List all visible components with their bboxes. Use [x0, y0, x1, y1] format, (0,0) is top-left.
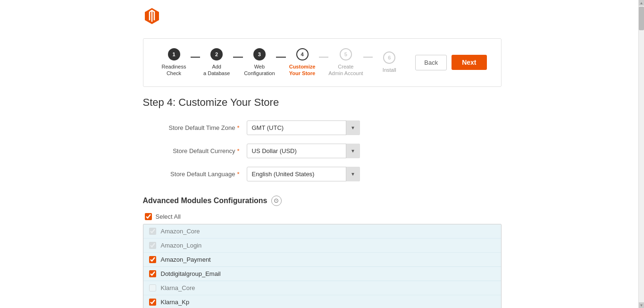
- step-circle-2: 2: [210, 48, 223, 60]
- step-circle-5: 5: [340, 48, 352, 60]
- connector-3: [276, 57, 286, 58]
- currency-select[interactable]: US Dollar (USD)Euro (EUR)British Pound (…: [247, 144, 360, 158]
- connector-2: [233, 57, 243, 58]
- module-name-Dotdigitalgroup_Email: Dotdigitalgroup_Email: [161, 270, 221, 277]
- module-name-Amazon_Login: Amazon_Login: [161, 242, 202, 249]
- currency-select-wrapper: US Dollar (USD)Euro (EUR)British Pound (…: [247, 144, 360, 158]
- select-all-row: Select All: [145, 213, 502, 220]
- language-select[interactable]: English (United States)English (United K…: [247, 167, 360, 181]
- module-checkbox-Dotdigitalgroup_Email[interactable]: [149, 270, 156, 277]
- step-4: 4Customize Your Store: [286, 48, 319, 77]
- step-5: 5Create Admin Account: [328, 48, 363, 77]
- page-wrapper: 1Readiness Check2Add a Database3Web Conf…: [0, 0, 644, 308]
- wizard-container: 1Readiness Check2Add a Database3Web Conf…: [143, 38, 502, 87]
- module-item: Amazon_Login: [143, 239, 501, 253]
- connector-4: [319, 57, 329, 58]
- step-circle-4: 4: [296, 48, 309, 60]
- module-name-Klarna_Core: Klarna_Core: [161, 284, 195, 291]
- page-scrollbar[interactable]: ▲ ▼: [638, 0, 644, 308]
- module-item: Klarna_Kp: [143, 295, 501, 308]
- module-item: Klarna_Core: [143, 281, 501, 295]
- module-item: Dotdigitalgroup_Email: [143, 267, 501, 281]
- back-button[interactable]: Back: [415, 55, 447, 70]
- step-label-1: Readiness Check: [162, 63, 186, 77]
- step-label-2: Add a Database: [203, 63, 230, 77]
- advanced-header: Advanced Modules Configurations ⊙: [143, 196, 502, 206]
- step-6: 6Install: [373, 51, 406, 73]
- main-content: 1Readiness Check2Add a Database3Web Conf…: [134, 38, 511, 308]
- step-2: 2Add a Database: [200, 48, 233, 77]
- scroll-thumb[interactable]: [639, 7, 644, 30]
- module-name-Amazon_Core: Amazon_Core: [161, 228, 200, 235]
- timezone-select[interactable]: GMT (UTC)UTCAmerica/New_YorkAmerica/Chic…: [247, 120, 360, 135]
- connector-5: [363, 57, 373, 58]
- advanced-section: Advanced Modules Configurations ⊙ Select…: [143, 196, 502, 308]
- currency-label: Store Default Currency*: [143, 147, 247, 154]
- timezone-label: Store Default Time Zone*: [143, 124, 247, 131]
- module-checkbox-Klarna_Core: [149, 284, 156, 291]
- step-circle-3: 3: [253, 48, 266, 60]
- scroll-up-arrow[interactable]: ▲: [639, 0, 644, 6]
- wizard-actions: Back Next: [415, 55, 486, 70]
- language-group: Store Default Language* English (United …: [143, 167, 502, 181]
- form-section: Store Default Time Zone* GMT (UTC)UTCAme…: [143, 120, 502, 181]
- scroll-down-arrow[interactable]: ▼: [639, 302, 644, 308]
- connector-1: [191, 57, 201, 58]
- page-title: Step 4: Customize Your Store: [143, 96, 502, 109]
- module-checkbox-Klarna_Kp[interactable]: [149, 299, 156, 306]
- language-label: Store Default Language*: [143, 171, 247, 178]
- module-checkbox-Amazon_Payment[interactable]: [149, 256, 156, 263]
- step-label-3: Web Configuration: [244, 63, 275, 77]
- collapse-button[interactable]: ⊙: [271, 196, 282, 206]
- language-select-wrapper: English (United States)English (United K…: [247, 167, 360, 181]
- step-circle-1: 1: [168, 48, 180, 60]
- step-label-5: Create Admin Account: [328, 63, 363, 77]
- timezone-select-wrapper: GMT (UTC)UTCAmerica/New_YorkAmerica/Chic…: [247, 120, 360, 135]
- header: [0, 0, 644, 34]
- module-item: Amazon_Core: [143, 224, 501, 239]
- next-button[interactable]: Next: [452, 55, 486, 70]
- step-label-6: Install: [383, 67, 396, 73]
- collapse-icon: ⊙: [274, 197, 279, 204]
- module-item: Amazon_Payment: [143, 253, 501, 267]
- step-circle-6: 6: [383, 51, 395, 64]
- currency-group: Store Default Currency* US Dollar (USD)E…: [143, 144, 502, 158]
- step-1: 1Readiness Check: [158, 48, 191, 77]
- step-label-4: Customize Your Store: [289, 63, 316, 77]
- steps-row: 1Readiness Check2Add a Database3Web Conf…: [158, 48, 406, 77]
- step-3: 3Web Configuration: [243, 48, 276, 77]
- module-name-Amazon_Payment: Amazon_Payment: [161, 256, 211, 263]
- magento-logo: [143, 7, 161, 25]
- module-checkbox-Amazon_Login: [149, 242, 156, 249]
- module-list-container[interactable]: Amazon_CoreAmazon_LoginAmazon_PaymentDot…: [143, 224, 502, 308]
- module-name-Klarna_Kp: Klarna_Kp: [161, 299, 190, 306]
- advanced-title: Advanced Modules Configurations: [143, 197, 268, 205]
- select-all-label[interactable]: Select All: [156, 213, 181, 220]
- select-all-checkbox[interactable]: [145, 213, 152, 220]
- timezone-group: Store Default Time Zone* GMT (UTC)UTCAme…: [143, 120, 502, 135]
- module-checkbox-Amazon_Core: [149, 228, 156, 235]
